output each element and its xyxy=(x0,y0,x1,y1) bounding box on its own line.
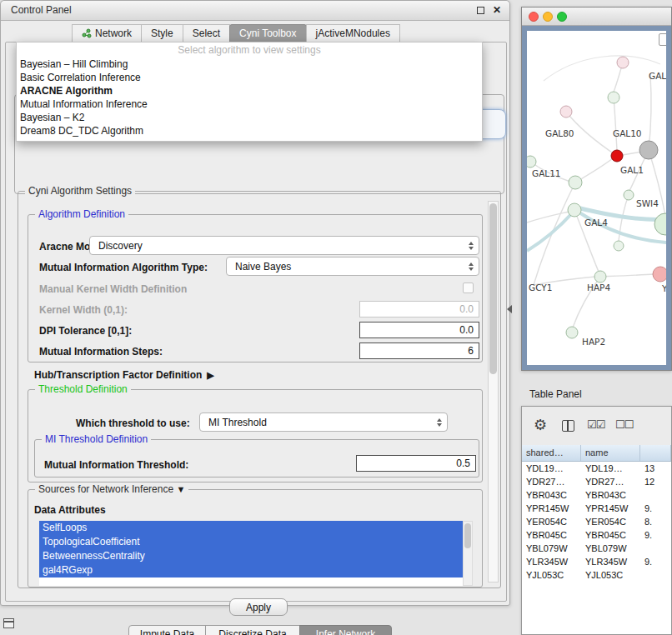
scrollbar-thumb[interactable] xyxy=(464,523,471,548)
network-node[interactable] xyxy=(611,150,623,162)
minimized-panel-icon[interactable] xyxy=(3,618,14,628)
table-cell: YBR045C xyxy=(581,528,640,542)
table-row[interactable]: YPR145WYPR145W9. xyxy=(522,502,671,515)
network-node[interactable] xyxy=(560,106,572,118)
minimize-traffic-light-icon[interactable] xyxy=(543,12,553,22)
network-node[interactable] xyxy=(608,92,619,103)
tab-style[interactable]: Style xyxy=(141,24,183,42)
column-header[interactable]: name xyxy=(581,445,640,461)
aracne-mode-combo[interactable]: Discovery xyxy=(89,236,479,255)
mi-threshold-field[interactable]: 0.5 xyxy=(356,455,476,472)
table-row[interactable]: YBL079WYBL079W xyxy=(522,542,671,555)
table-cell: YJL053C xyxy=(581,568,640,582)
mi-type-combo[interactable]: Naive Bayes xyxy=(226,257,479,276)
table-row[interactable]: YER054CYER054C8. xyxy=(522,515,671,528)
control-panel-titlebar[interactable]: Control Panel ✕ xyxy=(1,1,509,21)
kernel-width-field[interactable]: 0.0 xyxy=(359,301,479,318)
network-node[interactable] xyxy=(568,203,581,217)
table-row[interactable]: YBR043CYBR043C xyxy=(522,488,671,502)
network-canvas[interactable]: GALGAL80GAL10GAL11GAL1SWI4GAL4GCY1HAP4YH… xyxy=(527,31,666,365)
attribute-list-item[interactable]: SelfLoops xyxy=(39,521,463,535)
table-cell: YDR27… xyxy=(581,475,640,488)
network-edge[interactable] xyxy=(527,212,569,222)
network-edge[interactable] xyxy=(527,212,573,251)
tab-jactivemodules[interactable]: jActiveMNodules xyxy=(306,24,400,42)
table-row[interactable]: YLR345WYLR345W9. xyxy=(522,555,671,568)
which-threshold-combo[interactable]: MI Threshold xyxy=(199,412,448,432)
algorithm-option[interactable]: Mutual Information Inference xyxy=(17,98,482,111)
network-window-titlebar[interactable] xyxy=(522,8,671,26)
scrollbar-thumb[interactable] xyxy=(489,203,497,374)
table-cell: YBR043C xyxy=(522,488,581,502)
tab-impute-data[interactable]: Impute Data xyxy=(128,625,206,635)
network-edge[interactable] xyxy=(600,274,654,277)
network-edge[interactable] xyxy=(614,98,617,150)
table-header-row: shared…name xyxy=(522,445,671,462)
network-edge[interactable] xyxy=(544,56,660,81)
network-node[interactable] xyxy=(569,176,582,189)
table-cell: YJL053C xyxy=(522,568,581,582)
splitter-collapse-arrow[interactable] xyxy=(507,305,512,313)
tab-discretize-data[interactable]: Discretize Data xyxy=(205,625,300,635)
table-row[interactable]: YDL19…YDL19…13 xyxy=(522,462,671,475)
algorithm-option[interactable]: Dream8 DC_TDC Algorithm xyxy=(17,124,482,138)
network-node[interactable] xyxy=(527,156,536,168)
attribute-list-item[interactable]: gal4RGexp xyxy=(39,563,463,578)
settings-scrollbar[interactable] xyxy=(488,201,499,582)
data-attributes-list[interactable]: SelfLoopsTopologicalCoefficientBetweenne… xyxy=(39,521,463,586)
tab-select[interactable]: Select xyxy=(183,24,230,42)
close-traffic-light-icon[interactable] xyxy=(529,12,539,22)
attributes-scrollbar[interactable] xyxy=(463,521,473,586)
table-cell: YPR145W xyxy=(581,502,640,515)
algorithm-option[interactable]: Basic Correlation Inference xyxy=(17,71,482,84)
zoom-traffic-light-icon[interactable] xyxy=(557,12,567,22)
tab-cyni-toolbox[interactable]: Cyni Toolbox xyxy=(229,24,306,42)
network-node[interactable] xyxy=(654,213,666,235)
canvas-corner-button[interactable] xyxy=(659,33,666,46)
table-row[interactable]: YBR045CYBR045C9. xyxy=(522,528,671,542)
table-row[interactable]: YJL053CYJL053C xyxy=(522,568,671,582)
mi-steps-field[interactable]: 6 xyxy=(359,342,479,359)
attribute-table: shared…name YDL19…YDL19…13YDR27…YDR27…12… xyxy=(522,445,671,634)
algorithm-option[interactable]: Bayesian – K2 xyxy=(17,111,482,124)
network-node-label: GCY1 xyxy=(529,282,552,292)
select-all-icon[interactable]: ☑☑ xyxy=(587,418,604,431)
dpi-tolerance-label: DPI Tolerance [0,1]: xyxy=(39,325,132,337)
network-edge[interactable] xyxy=(649,74,651,150)
network-node[interactable] xyxy=(617,57,629,68)
network-node[interactable] xyxy=(624,190,634,200)
network-node[interactable] xyxy=(566,327,578,338)
manual-kernel-checkbox[interactable] xyxy=(463,282,474,293)
deselect-all-icon[interactable]: ☐☐ xyxy=(615,418,633,431)
collapse-triangle-icon[interactable]: ▼ xyxy=(176,484,185,494)
table-row[interactable]: YDR27…YDR27…12 xyxy=(522,475,671,488)
tab-network[interactable]: Network xyxy=(72,24,142,42)
network-view-window: GALGAL80GAL10GAL11GAL1SWI4GAL4GCY1HAP4YH… xyxy=(521,7,672,371)
network-node[interactable] xyxy=(653,267,666,282)
network-node[interactable] xyxy=(594,271,606,282)
column-header[interactable]: shared… xyxy=(522,445,581,461)
network-node[interactable] xyxy=(639,141,658,159)
tab-label: Select xyxy=(193,25,220,42)
network-edge[interactable] xyxy=(534,182,575,285)
attribute-list-item[interactable]: BetweennessCentrality xyxy=(39,549,463,563)
hub-definition-section[interactable]: Hub/Transcription Factor Definition ▶ xyxy=(34,369,214,381)
network-node[interactable] xyxy=(614,241,624,251)
float-window-icon[interactable] xyxy=(477,7,484,14)
combo-arrows-icon xyxy=(469,262,474,271)
table-cell: YBR043C xyxy=(581,488,640,502)
columns-icon[interactable] xyxy=(562,420,574,432)
attribute-list-item[interactable]: TopologicalCoefficient xyxy=(39,535,463,549)
column-header[interactable] xyxy=(640,445,671,461)
gear-icon[interactable]: ⚙ xyxy=(534,416,547,434)
algorithm-option[interactable]: ARACNE Algorithm xyxy=(17,84,482,98)
network-node-label: SWI4 xyxy=(636,198,659,208)
mi-steps-label: Mutual Information Steps: xyxy=(39,346,163,358)
dpi-tolerance-field[interactable]: 0.0 xyxy=(359,322,479,338)
tab-infer-network[interactable]: Infer Network xyxy=(299,625,392,635)
apply-button[interactable]: Apply xyxy=(229,598,288,616)
expand-triangle-icon[interactable]: ▶ xyxy=(207,370,213,381)
algorithm-option[interactable]: Bayesian – Hill Climbing xyxy=(17,58,482,71)
which-threshold-label: Which threshold to use: xyxy=(76,418,190,429)
close-icon[interactable]: ✕ xyxy=(493,4,501,16)
